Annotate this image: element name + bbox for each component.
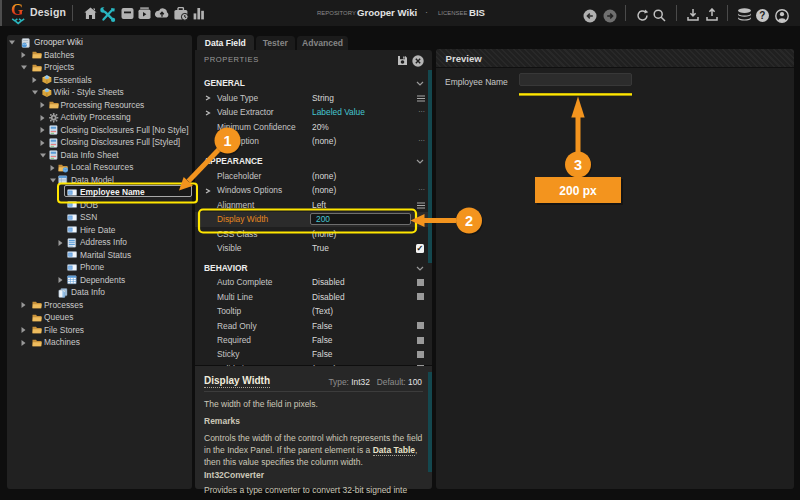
svg-text:3: 3 <box>574 157 582 173</box>
svg-text:2: 2 <box>465 213 473 229</box>
svg-text:200 px: 200 px <box>559 184 597 198</box>
svg-text:1: 1 <box>223 133 231 149</box>
